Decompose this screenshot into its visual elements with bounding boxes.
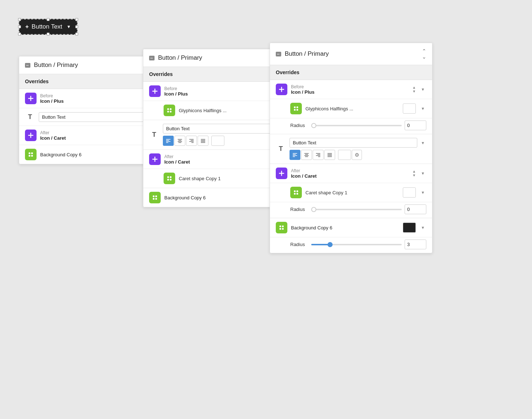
resize-handle-mr[interactable] bbox=[75, 25, 78, 28]
panel-3: ▪▪ Button / Primary ⌃⌄ Overrides Before … bbox=[270, 43, 432, 253]
panel-3-header: ▪▪ Button / Primary ⌃⌄ bbox=[270, 43, 432, 65]
panel-3-row-bg: Background Copy 6 ▼ bbox=[270, 218, 432, 237]
dropdown-bg-3[interactable]: ▼ bbox=[419, 224, 426, 231]
panel-2-group-after: After Icon / Caret ▲ ▼ Caret shape Copy … bbox=[143, 150, 291, 188]
top-button-widget: + Button Text ▼ bbox=[19, 19, 77, 35]
slider-thumb-before-3[interactable] bbox=[311, 123, 316, 128]
radius-label-before-3: Radius bbox=[290, 123, 308, 128]
after-icon-label-2: After Icon / Caret bbox=[164, 154, 278, 165]
glyph-swatch-3[interactable] bbox=[403, 103, 416, 114]
panel-3-header-left: ▪▪ Button / Primary bbox=[276, 50, 329, 58]
slider-thumb-bg-3[interactable] bbox=[328, 242, 333, 247]
align-right-btn-3[interactable] bbox=[313, 150, 324, 160]
panel-2-group-text: T bbox=[143, 120, 291, 150]
align-center-btn-2[interactable] bbox=[174, 136, 185, 146]
caret-label-2: Caret shape Copy 1 bbox=[179, 176, 269, 181]
text-input-row-3: ▼ bbox=[290, 138, 426, 148]
caret-label-3: Caret shape Copy 1 bbox=[305, 190, 399, 195]
green-icon-glyph-2 bbox=[164, 105, 175, 116]
align-justify-btn-3[interactable] bbox=[324, 150, 335, 160]
resize-handle-bl[interactable] bbox=[18, 33, 21, 35]
panel-3-row-before: Before Icon / Plus ▲ ▼ ▼ bbox=[270, 80, 432, 99]
resize-handle-tl[interactable] bbox=[18, 18, 21, 21]
align-buttons-2 bbox=[163, 136, 285, 146]
green-icon-bg-2 bbox=[149, 192, 161, 203]
gear-icon-3[interactable]: ⚙ bbox=[352, 150, 362, 160]
panel-3-subrow-glyph: Glyphicons Halflings ... ▼ bbox=[270, 99, 432, 118]
panel-3-chevron[interactable]: ⌃⌄ bbox=[422, 48, 426, 60]
green-icon-bg-3 bbox=[276, 222, 287, 233]
panel-2-header-left: ▪▪ Button / Primary bbox=[149, 54, 202, 62]
panel-3-badge: ▪▪ bbox=[276, 52, 281, 56]
caret-icon: ▼ bbox=[67, 24, 71, 29]
resize-handle-ml[interactable] bbox=[18, 25, 21, 28]
align-left-btn-3[interactable] bbox=[290, 150, 300, 160]
panel-2-row-before: Before Icon / Plus ▲ ▼ bbox=[143, 82, 291, 101]
text-icon-3: T bbox=[276, 144, 286, 154]
panel-2-text-container bbox=[163, 124, 285, 146]
slider-thumb-after-3[interactable] bbox=[311, 207, 316, 212]
panel-1-badge: ▪▪ bbox=[25, 63, 30, 68]
component-icon-after-2 bbox=[149, 153, 161, 165]
align-justify-btn-2[interactable] bbox=[198, 136, 208, 146]
panel-3-radius-after: Radius bbox=[270, 202, 432, 218]
bg-label-3: Background Copy 6 bbox=[291, 225, 399, 230]
panel-2-overrides-label: Overrides bbox=[143, 67, 291, 82]
panel-3-radius-before: Radius bbox=[270, 118, 432, 134]
dropdown-before-3[interactable]: ▼ bbox=[419, 86, 426, 93]
resize-handle-tr[interactable] bbox=[75, 18, 78, 21]
updown-after-3[interactable]: ▲ ▼ bbox=[412, 169, 416, 177]
slider-track-before-3[interactable] bbox=[311, 125, 402, 126]
panel-3-group-text: T ▼ bbox=[270, 134, 432, 164]
slider-track-after-3[interactable] bbox=[311, 209, 402, 210]
component-icon-after-1 bbox=[25, 130, 37, 141]
panel-2-subrow-caret: Caret shape Copy 1 bbox=[143, 169, 291, 188]
panel-1-title: Button / Primary bbox=[34, 62, 78, 69]
component-icon-before-3 bbox=[276, 84, 287, 95]
plus-icon: + bbox=[25, 24, 29, 30]
resize-handle-br[interactable] bbox=[75, 33, 78, 35]
top-button[interactable]: + Button Text ▼ bbox=[19, 19, 77, 35]
button-text-input-3[interactable] bbox=[290, 138, 417, 148]
component-icon-before-2 bbox=[149, 85, 161, 97]
radius-input-before-3[interactable] bbox=[405, 120, 426, 130]
align-buttons-3: ⚙ bbox=[290, 150, 426, 160]
green-icon-glyph-3 bbox=[290, 103, 302, 114]
bg-swatch-3[interactable] bbox=[403, 223, 416, 233]
dropdown-after-3[interactable]: ▼ bbox=[419, 170, 426, 177]
panel-3-group-before: Before Icon / Plus ▲ ▼ ▼ Glyphicons Half… bbox=[270, 80, 432, 134]
align-left-btn-2[interactable] bbox=[163, 136, 174, 146]
text-swatch-3[interactable] bbox=[338, 150, 351, 160]
panel-3-overrides-label: Overrides bbox=[270, 65, 432, 80]
dropdown-caret-3[interactable]: ▼ bbox=[419, 189, 426, 196]
panel-2-row-after: After Icon / Caret ▲ ▼ bbox=[143, 150, 291, 169]
before-icon-label-3: Before Icon / Plus bbox=[291, 84, 409, 95]
green-icon-bg-1 bbox=[25, 149, 37, 160]
after-icon-label-1: After Icon / Caret bbox=[40, 130, 154, 141]
radius-input-after-3[interactable] bbox=[405, 204, 426, 214]
panel-3-group-bg: Background Copy 6 ▼ Radius bbox=[270, 218, 432, 253]
top-button-text: Button Text bbox=[31, 23, 62, 30]
resize-handle-tm[interactable] bbox=[47, 18, 50, 21]
radius-input-bg-3[interactable] bbox=[405, 240, 426, 249]
panel-2-badge: ▪▪ bbox=[149, 56, 155, 60]
text-swatch-2[interactable] bbox=[211, 136, 224, 146]
align-center-btn-3[interactable] bbox=[301, 150, 312, 160]
panel-3-title: Button / Primary bbox=[285, 50, 329, 58]
button-text-input-2[interactable] bbox=[163, 124, 285, 134]
glyphicons-label-2: Glyphicons Halflings ... bbox=[179, 108, 269, 113]
panel-3-text-container: ▼ ⚙ bbox=[290, 138, 426, 160]
updown-before-3[interactable]: ▲ ▼ bbox=[412, 85, 416, 93]
dropdown-text-3[interactable]: ▼ bbox=[419, 139, 426, 147]
slider-track-bg-3[interactable] bbox=[311, 244, 402, 245]
align-right-btn-2[interactable] bbox=[186, 136, 197, 146]
panel-1-header-left: ▪▪ Button / Primary bbox=[25, 62, 78, 69]
panel-3-group-after: After Icon / Caret ▲ ▼ ▼ Caret shape Cop… bbox=[270, 164, 432, 218]
caret-swatch-3[interactable] bbox=[403, 187, 416, 198]
radius-label-after-3: Radius bbox=[290, 207, 308, 212]
panel-3-radius-bg: Radius bbox=[270, 237, 432, 253]
green-icon-caret-2 bbox=[164, 173, 175, 184]
resize-handle-bm[interactable] bbox=[47, 33, 50, 35]
panel-2-row-text: T bbox=[143, 120, 291, 149]
dropdown-glyph-3[interactable]: ▼ bbox=[419, 105, 426, 112]
